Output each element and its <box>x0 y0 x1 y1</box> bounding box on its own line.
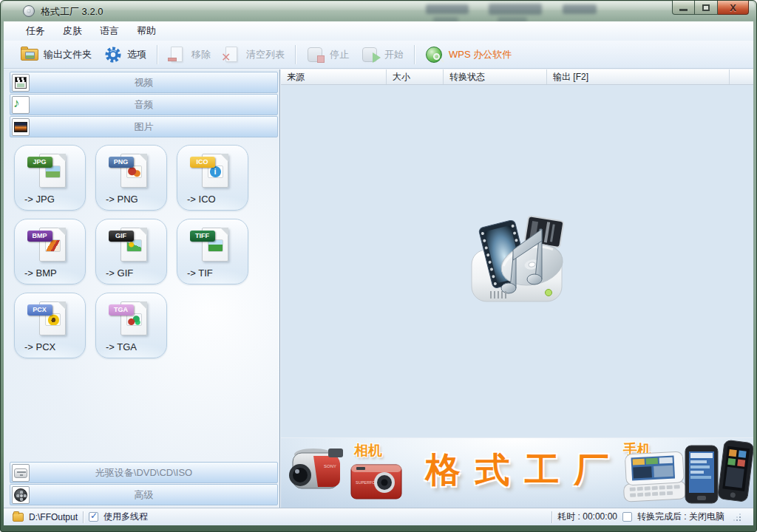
stop-button[interactable]: 停止 <box>300 43 355 66</box>
column-header-status[interactable]: 转换状态 <box>444 69 547 84</box>
sidebar-audio-label: 音频 <box>135 98 154 112</box>
sidebar-item-rom-device[interactable]: 光驱设备\DVD\CD\ISO <box>10 462 278 483</box>
close-button[interactable]: X <box>718 1 749 15</box>
sidebar-picture-label: 图片 <box>135 120 154 134</box>
output-folder-icon <box>20 46 39 64</box>
desktop-blur-artifact <box>563 4 597 14</box>
toolbar-separator <box>295 45 296 64</box>
slider-phone-image <box>620 450 688 506</box>
png-file-icon: PNG <box>109 152 155 191</box>
bmp-file-icon: BMP <box>27 226 73 265</box>
format-button-label: -> TIF <box>187 267 213 279</box>
sidebar-video-label: 视频 <box>135 76 154 89</box>
file-type-badge: PCX <box>27 304 52 316</box>
file-type-badge: BMP <box>27 231 52 242</box>
menu-language[interactable]: 语言 <box>92 22 126 40</box>
client-area: 任务 皮肤 语言 帮助 输出文件夹 选项 <box>4 21 753 525</box>
wps-link[interactable]: WPS 办公软件 <box>419 43 517 66</box>
file-type-badge: ICO <box>190 157 215 168</box>
format-button-gif[interactable]: GIF-> GIF <box>95 219 167 284</box>
disc-drive-icon <box>12 464 30 482</box>
promo-banner: SONY 相机 SUPERFC 格式工厂 手机 <box>281 437 753 508</box>
wps-label: WPS 办公软件 <box>449 48 512 61</box>
status-bar: D:\FFOutput 使用多线程 耗时 : 00:00:00 转换完成后 : … <box>4 508 753 525</box>
audio-icon: ♪ <box>12 96 30 114</box>
column-header-output[interactable]: 输出 [F2] <box>547 69 730 84</box>
resize-grip[interactable] <box>733 513 741 522</box>
format-button-tif[interactable]: TIFF-> TIF <box>177 219 248 284</box>
maximize-icon <box>702 4 710 11</box>
app-icon <box>23 5 35 17</box>
stop-label: 停止 <box>330 48 349 61</box>
sidebar-item-picture[interactable]: 图片 <box>10 116 278 137</box>
format-button-png[interactable]: PNG-> PNG <box>95 145 167 211</box>
remove-button[interactable]: 移除 <box>162 43 217 66</box>
format-button-pcx[interactable]: PCX-> PCX <box>14 293 86 358</box>
format-button-label: -> JPG <box>24 194 55 205</box>
file-type-badge: GIF <box>109 231 134 242</box>
wps-globe-icon <box>425 46 444 64</box>
column-header-source[interactable]: 来源 <box>281 69 387 84</box>
minimize-button[interactable] <box>672 1 695 15</box>
format-button-label: -> GIF <box>106 267 133 279</box>
sidebar-item-advanced[interactable]: 高级 <box>10 484 278 505</box>
shutdown-after-checkbox[interactable] <box>622 512 632 522</box>
toolbar: 输出文件夹 选项 移除 ✕ 清空列表 <box>4 41 753 69</box>
format-button-label: -> PNG <box>106 194 138 205</box>
app-window: 格式工厂 3.2.0 X 任务 皮肤 语言 帮助 输出文件夹 <box>0 0 757 532</box>
window-title: 格式工厂 3.2.0 <box>41 5 103 18</box>
ico-file-icon: ICO <box>190 152 236 191</box>
sidebar: 视频 ♪ 音频 图片 JPG-> JPGPNG-> PNGICO-> ICOBM… <box>4 69 280 508</box>
tif-file-icon: TIFF <box>190 226 236 265</box>
format-button-bmp[interactable]: BMP-> BMP <box>14 219 86 284</box>
multithread-checkbox[interactable] <box>89 512 98 522</box>
elapsed-time: 耗时 : 00:00:00 <box>557 511 617 523</box>
output-folder-label: 输出文件夹 <box>44 48 92 61</box>
format-button-label: -> ICO <box>187 194 216 205</box>
start-label: 开始 <box>384 48 404 61</box>
smartphones-image <box>682 440 753 508</box>
shutdown-after-label[interactable]: 转换完成后 : 关闭电脑 <box>637 511 724 523</box>
start-button[interactable]: 开始 <box>355 43 410 66</box>
maximize-button[interactable] <box>695 1 718 15</box>
titlebar[interactable]: 格式工厂 3.2.0 X <box>1 1 756 21</box>
remove-label: 移除 <box>191 48 211 61</box>
format-button-label: -> PCX <box>24 341 55 352</box>
toolbar-separator <box>414 45 415 64</box>
clear-list-icon: ✕ <box>223 46 242 64</box>
start-icon <box>361 46 380 64</box>
task-table-header: 来源 大小 转换状态 输出 [F2] <box>281 69 753 85</box>
format-button-tga[interactable]: TGA-> TGA <box>95 293 167 358</box>
sidebar-item-audio[interactable]: ♪ 音频 <box>10 94 278 115</box>
format-button-ico[interactable]: ICO-> ICO <box>177 145 248 211</box>
output-path[interactable]: D:\FFOutput <box>29 512 78 522</box>
film-reel-icon <box>12 486 30 504</box>
minimize-icon <box>679 9 688 11</box>
sidebar-item-video[interactable]: 视频 <box>10 72 278 93</box>
desktop-blur-artifact <box>426 4 469 14</box>
column-header-size[interactable]: 大小 <box>387 69 444 84</box>
gif-file-icon: GIF <box>109 226 155 265</box>
advanced-label: 高级 <box>135 488 154 502</box>
output-path-folder-icon[interactable] <box>13 513 24 522</box>
multithread-label[interactable]: 使用多线程 <box>103 511 148 523</box>
menu-skin[interactable]: 皮肤 <box>55 22 89 40</box>
format-button-jpg[interactable]: JPG-> JPG <box>14 145 86 211</box>
menu-help[interactable]: 帮助 <box>129 22 163 40</box>
desktop-blur-artifact <box>489 4 542 15</box>
task-list-empty-area[interactable] <box>281 85 753 437</box>
menu-bar: 任务 皮肤 语言 帮助 <box>4 21 753 41</box>
file-type-badge: PNG <box>109 157 134 168</box>
gear-icon <box>103 46 123 64</box>
pcx-file-icon: PCX <box>27 300 73 338</box>
file-type-badge: TGA <box>109 304 134 316</box>
options-label: 选项 <box>127 48 146 61</box>
clear-list-button[interactable]: ✕ 清空列表 <box>217 43 291 66</box>
menu-task[interactable]: 任务 <box>18 22 52 40</box>
options-button[interactable]: 选项 <box>98 43 152 66</box>
remove-icon <box>168 46 187 64</box>
tga-file-icon: TGA <box>109 300 155 338</box>
output-folder-button[interactable]: 输出文件夹 <box>14 43 98 66</box>
file-type-badge: TIFF <box>190 231 215 242</box>
close-icon: X <box>730 2 736 13</box>
